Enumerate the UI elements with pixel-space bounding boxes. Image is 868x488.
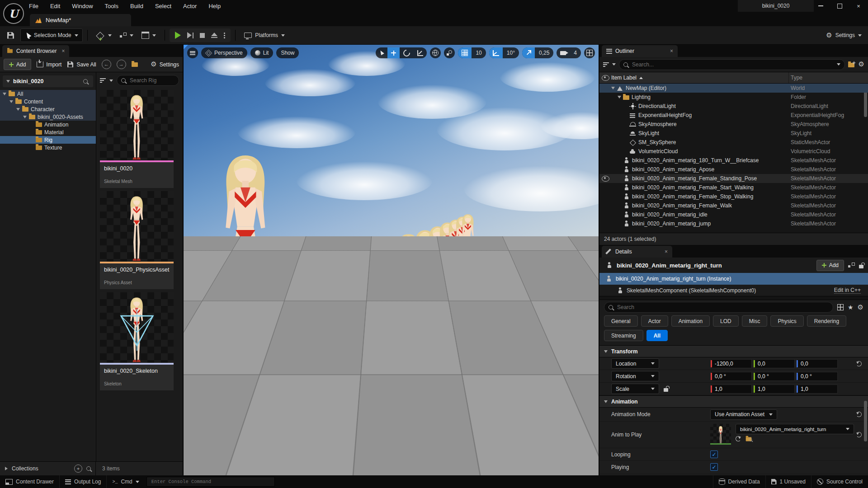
display-options-icon[interactable] bbox=[837, 304, 844, 310]
visibility-toggle[interactable] bbox=[599, 176, 611, 182]
looping-checkbox[interactable]: ✓ bbox=[710, 450, 718, 458]
animation-mode-dropdown[interactable]: Use Animation Asset bbox=[710, 409, 777, 420]
move-tool[interactable] bbox=[387, 47, 400, 58]
chevron-down-icon[interactable] bbox=[109, 80, 113, 82]
forward-button[interactable]: → bbox=[117, 60, 126, 69]
tree-item-rig[interactable]: Rig bbox=[0, 136, 96, 144]
back-button[interactable]: ← bbox=[102, 60, 111, 69]
menu-edit[interactable]: Edit bbox=[50, 3, 60, 9]
search-icon[interactable] bbox=[83, 79, 88, 84]
outliner-row-exponentialheightfog[interactable]: ExponentialHeightFogExponentialHeightFog bbox=[599, 111, 868, 120]
category-actor[interactable]: Actor bbox=[641, 315, 668, 327]
output-log-button[interactable]: Output Log bbox=[60, 475, 107, 488]
axis-z-field[interactable]: 1,0 bbox=[796, 385, 838, 394]
path-dropdown[interactable]: bikini_0020 bbox=[3, 75, 93, 87]
close-button[interactable]: × bbox=[849, 0, 868, 12]
tab-newmap[interactable]: NewMap* bbox=[30, 14, 131, 26]
category-streaming[interactable]: Streaming bbox=[604, 330, 643, 341]
eject-button[interactable] bbox=[211, 33, 217, 38]
rotation-snap-value[interactable]: 10° bbox=[503, 47, 519, 58]
favorites-icon[interactable]: ★ bbox=[848, 304, 854, 310]
axis-y-field[interactable]: 0,0 ° bbox=[753, 372, 795, 381]
menu-actor[interactable]: Actor bbox=[183, 3, 197, 9]
outliner-row-sm-skysphere[interactable]: SM_SkySphereStaticMeshActor bbox=[599, 138, 868, 147]
menu-file[interactable]: File bbox=[29, 3, 38, 9]
component-row[interactable]: SkeletalMeshComponent (SkeletalMeshCompo… bbox=[599, 285, 868, 296]
expand-arrow[interactable] bbox=[618, 96, 621, 99]
outliner-row-skyatmosphere[interactable]: SkyAtmosphereSkyAtmosphere bbox=[599, 120, 868, 129]
perspective-dropdown[interactable]: Perspective bbox=[201, 47, 247, 58]
close-icon[interactable]: × bbox=[670, 48, 673, 54]
tree-item-material[interactable]: Material bbox=[0, 128, 96, 136]
menu-select[interactable]: Select bbox=[155, 3, 171, 9]
add-component-button[interactable]: Add bbox=[816, 260, 844, 271]
axis-x-field[interactable]: -1200,0 bbox=[710, 359, 752, 368]
lock-axes-icon[interactable] bbox=[664, 388, 668, 392]
blueprints-dropdown[interactable] bbox=[116, 29, 137, 42]
axis-x-field[interactable]: 1,0 bbox=[710, 385, 752, 394]
playing-checkbox[interactable]: ✓ bbox=[710, 463, 718, 471]
close-icon[interactable]: × bbox=[665, 249, 668, 255]
column-divider[interactable] bbox=[788, 72, 789, 83]
selection-mode-dropdown[interactable]: Selection Mode bbox=[20, 28, 83, 42]
expand-arrow[interactable] bbox=[16, 108, 20, 111]
blueprint-icon[interactable] bbox=[848, 263, 855, 268]
maximize-button[interactable] bbox=[830, 0, 849, 12]
column-type[interactable]: Type bbox=[791, 75, 802, 81]
outliner-row-bikini-0020-anim-metarig-female-walk[interactable]: bikini_0020_Anim_metarig_Female_WalkSkel… bbox=[599, 201, 868, 210]
tree-item-character[interactable]: Character bbox=[0, 105, 96, 113]
outliner-row-bikini-0020-anim-metarig-apose[interactable]: bikini_0020_Anim_metarig_AposeSkeletalMe… bbox=[599, 165, 868, 174]
menu-window[interactable]: Window bbox=[72, 3, 93, 9]
grid-snap-toggle[interactable] bbox=[458, 47, 472, 58]
surface-snapping-button[interactable] bbox=[444, 47, 455, 58]
anim-asset-thumbnail[interactable] bbox=[710, 424, 731, 445]
outliner-row-bikini-0020-anim-metarig-180-turn-w-briefcase[interactable]: bikini_0020_Anim_metarig_180_Turn_W__Bri… bbox=[599, 156, 868, 165]
outliner-row-skylight[interactable]: SkyLightSkyLight bbox=[599, 129, 868, 138]
camera-speed-button[interactable] bbox=[557, 47, 570, 58]
transform-section-header[interactable]: Transform bbox=[599, 345, 868, 357]
axis-z-field[interactable]: 0,0 ° bbox=[796, 372, 838, 381]
play-options-menu[interactable] bbox=[224, 33, 225, 34]
category-rendering[interactable]: Rendering bbox=[807, 315, 846, 327]
content-drawer-button[interactable]: Content Drawer bbox=[0, 475, 60, 488]
outliner-search[interactable] bbox=[619, 59, 845, 70]
unreal-logo-icon[interactable]: U bbox=[3, 3, 24, 24]
settings-dropdown[interactable]: ⚙ Settings bbox=[826, 32, 862, 39]
reset-icon[interactable] bbox=[856, 361, 862, 366]
tab-content-browser[interactable]: Content Browser × bbox=[2, 45, 69, 57]
outliner-row-volumetriccloud[interactable]: VolumetricCloudVolumetricCloud bbox=[599, 147, 868, 156]
animation-section-header[interactable]: Animation bbox=[599, 395, 868, 408]
unsaved-button[interactable]: 1 Unsaved bbox=[766, 475, 811, 488]
asset-card-bikini-0020-skeleton[interactable]: bikini_0020_SkeletonSkeleton bbox=[100, 292, 174, 390]
add-button[interactable]: Add bbox=[4, 59, 31, 70]
browse-to-asset-icon[interactable] bbox=[745, 436, 752, 441]
gear-icon[interactable]: ⚙ bbox=[858, 304, 863, 311]
category-animation[interactable]: Animation bbox=[671, 315, 710, 327]
tree-item-all[interactable]: All bbox=[0, 90, 96, 98]
platforms-dropdown[interactable]: Platforms bbox=[240, 29, 289, 42]
create-folder-icon[interactable] bbox=[848, 61, 855, 67]
details-search-input[interactable] bbox=[616, 304, 829, 311]
transform-rotation-dropdown[interactable]: Rotation bbox=[611, 371, 659, 381]
cmd-dropdown[interactable]: >_ Cmd bbox=[107, 475, 144, 488]
scale-tool[interactable] bbox=[414, 47, 427, 58]
expand-arrow[interactable] bbox=[3, 93, 6, 95]
cinematics-dropdown[interactable] bbox=[137, 29, 160, 42]
expand-arrow[interactable] bbox=[23, 116, 27, 118]
select-tool[interactable] bbox=[376, 47, 387, 58]
asset-card-bikini-0020[interactable]: bikini_0020Skeletal Mesh bbox=[100, 90, 174, 188]
outliner-search-input[interactable] bbox=[631, 61, 834, 68]
asset-card-bikini-0020-physicsasset[interactable]: bikini_0020_PhysicsAssetPhysics Asset bbox=[100, 191, 174, 289]
tree-item-content[interactable]: Content bbox=[0, 98, 96, 105]
edit-in-cpp-link[interactable]: Edit in C++ bbox=[834, 287, 861, 294]
category-lod[interactable]: LOD bbox=[713, 315, 739, 327]
source-control-button[interactable]: Source Control bbox=[811, 475, 868, 488]
menu-help[interactable]: Help bbox=[208, 3, 221, 9]
close-icon[interactable]: × bbox=[61, 48, 65, 54]
add-actor-dropdown[interactable] bbox=[92, 29, 116, 42]
quad-view-button[interactable] bbox=[584, 47, 595, 58]
show-dropdown[interactable]: Show bbox=[276, 47, 299, 58]
chevron-down-icon[interactable] bbox=[612, 63, 616, 66]
stop-button[interactable] bbox=[200, 33, 205, 38]
lit-dropdown[interactable]: Lit bbox=[250, 47, 274, 58]
